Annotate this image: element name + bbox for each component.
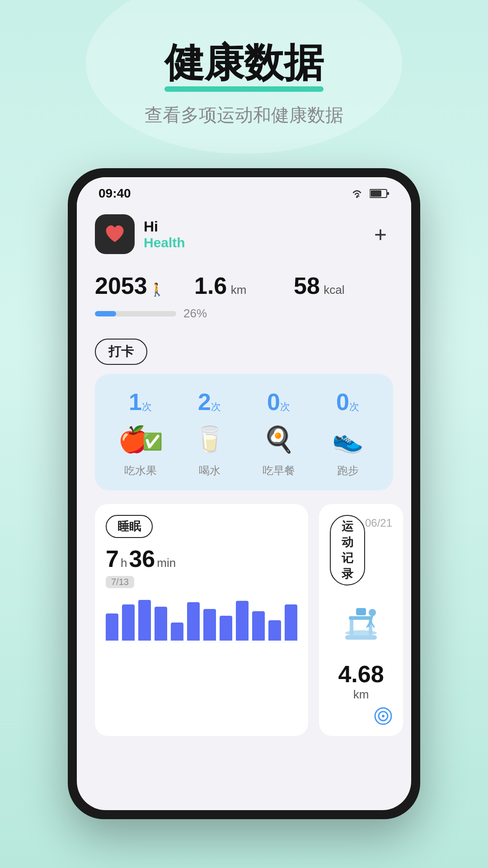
sleep-bar-7 <box>220 616 232 641</box>
svg-point-0 <box>356 196 358 198</box>
punch-name-breakfast: 吃早餐 <box>263 463 295 478</box>
steps-stat: 2053 🚶 <box>95 272 194 299</box>
exercise-icon-area <box>330 596 392 660</box>
punch-section: 打卡 1次 🍎 ✅ 吃水果 <box>77 330 411 500</box>
walk-icon: 🚶 <box>149 283 165 297</box>
breakfast-icon-wrap: 🍳 <box>258 419 299 460</box>
exercise-distance: 4.68 <box>338 661 384 687</box>
calories-unit: kcal <box>324 283 344 297</box>
sleep-bar-2 <box>138 600 151 641</box>
punch-unit-water: 次 <box>211 401 221 412</box>
distance-value: 1.6 <box>194 273 227 299</box>
exercise-card: 运动记录 06/21 <box>319 504 403 736</box>
sleep-bar-3 <box>155 607 167 641</box>
sleep-bar-6 <box>203 609 216 641</box>
app-header: Hi Health + <box>77 205 411 268</box>
punch-count-water: 2 <box>198 389 211 415</box>
punch-count-fruit: 1 <box>129 389 142 415</box>
punch-unit-breakfast: 次 <box>280 401 290 412</box>
svg-rect-8 <box>349 616 372 620</box>
sleep-time: 7 h 36 min <box>106 545 297 572</box>
stats-section: 2053 🚶 1.6 km 58 kcal <box>77 268 411 330</box>
status-icons <box>350 188 389 199</box>
punch-item-fruit[interactable]: 1次 🍎 ✅ 吃水果 <box>106 388 175 478</box>
sleep-minutes: 36 <box>129 545 155 572</box>
water-icon: 🥛 <box>194 425 225 454</box>
punch-name-water: 喝水 <box>199 463 221 478</box>
wifi-icon <box>350 188 364 199</box>
sleep-bar-0 <box>106 613 118 641</box>
progress-row: 26% <box>95 307 393 321</box>
sleep-bar-5 <box>187 602 200 641</box>
progress-percent: 26% <box>183 307 207 321</box>
status-bar: 09:40 <box>77 177 411 205</box>
punch-name-fruit: 吃水果 <box>124 463 157 478</box>
run-icon: 👟 <box>332 425 364 454</box>
distance-unit: km <box>231 283 247 297</box>
punch-item-breakfast[interactable]: 0次 🍳 吃早餐 <box>244 388 313 478</box>
punch-card: 1次 🍎 ✅ 吃水果 2次 🥛 <box>95 374 393 491</box>
exercise-label: 运动记录 <box>330 515 365 585</box>
punch-item-run[interactable]: 0次 👟 跑步 <box>313 388 382 478</box>
punch-label: 打卡 <box>95 339 147 365</box>
sleep-label: 睡眠 <box>106 515 153 538</box>
punch-item-water[interactable]: 2次 🥛 喝水 <box>175 388 244 478</box>
battery-icon <box>370 189 389 198</box>
steps-value: 2053 <box>95 273 147 299</box>
sleep-minutes-unit: min <box>157 556 176 570</box>
phone-screen: 09:40 <box>77 177 411 810</box>
distance-stat: 1.6 km <box>194 272 294 299</box>
add-button[interactable]: + <box>368 222 393 247</box>
punch-count-breakfast: 0 <box>267 389 280 415</box>
app-logo-area: Hi Health <box>95 214 185 254</box>
punch-count-run: 0 <box>336 389 349 415</box>
progress-bar-fill <box>95 311 116 316</box>
sleep-bar-8 <box>236 601 249 641</box>
sleep-bar-10 <box>268 620 281 641</box>
status-time: 09:40 <box>99 186 131 201</box>
app-health-label: Health <box>144 235 185 250</box>
sleep-bar-4 <box>171 623 183 641</box>
calories-stat: 58 kcal <box>294 272 393 299</box>
check-icon: ✅ <box>142 432 163 451</box>
punch-unit-run: 次 <box>349 401 359 412</box>
target-icon <box>374 707 392 725</box>
app-title-area: Hi Health <box>144 218 185 250</box>
svg-point-16 <box>382 715 385 717</box>
progress-bar-bg <box>95 311 176 316</box>
water-icon-wrap: 🥛 <box>189 419 230 460</box>
svg-rect-9 <box>356 608 366 615</box>
app-hi: Hi <box>144 218 185 235</box>
svg-rect-4 <box>345 635 377 640</box>
stats-row: 2053 🚶 1.6 km 58 kcal <box>95 272 393 299</box>
sleep-hours-unit: h <box>121 556 127 570</box>
exercise-value-area: 4.68 km <box>330 660 392 702</box>
punch-unit-fruit: 次 <box>142 401 152 412</box>
phone-mockup: 09:40 <box>68 168 420 819</box>
sleep-bar-9 <box>252 611 265 641</box>
svg-rect-2 <box>371 190 381 197</box>
app-icon <box>95 214 135 254</box>
run-icon-wrap: 👟 <box>328 419 368 460</box>
sleep-bar-1 <box>122 604 135 641</box>
phone-frame: 09:40 <box>68 168 420 819</box>
sleep-card: 睡眠 7 h 36 min 7/13 <box>95 504 308 736</box>
hero-title: 健康数据 <box>164 36 324 90</box>
exercise-date: 06/21 <box>365 515 392 529</box>
hero-subtitle: 查看多项运动和健康数据 <box>0 103 488 127</box>
svg-rect-3 <box>387 192 389 195</box>
sleep-bar-11 <box>285 604 297 641</box>
breakfast-icon: 🍳 <box>263 425 295 454</box>
exercise-unit: km <box>353 688 369 701</box>
hero-section: 健康数据 查看多项运动和健康数据 <box>0 0 488 150</box>
punch-name-run: 跑步 <box>337 463 359 478</box>
treadmill-icon <box>336 604 386 653</box>
sleep-date-badge: 7/13 <box>106 576 134 588</box>
sleep-bars-chart <box>106 595 297 641</box>
svg-point-10 <box>369 609 376 616</box>
calories-value: 58 <box>294 273 320 299</box>
bottom-sections: 睡眠 7 h 36 min 7/13 运动记录 06/21 <box>77 500 411 750</box>
fruit-icon-wrap: 🍎 ✅ <box>120 419 161 460</box>
sleep-hours: 7 <box>106 545 119 572</box>
